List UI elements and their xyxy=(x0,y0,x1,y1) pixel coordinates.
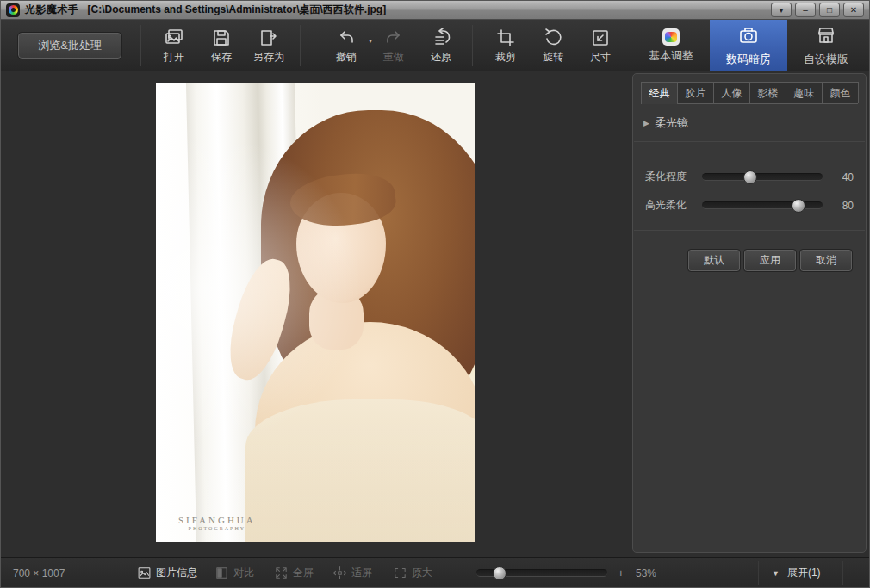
effect-tabs: 经典 胶片 人像 影楼 趣味 颜色 xyxy=(641,82,858,104)
original-size-icon xyxy=(393,566,407,580)
image-canvas[interactable]: SIFANGHUA PHOTOGRAPHY xyxy=(1,71,631,559)
undo-button[interactable]: ▾ 撤销 xyxy=(322,27,370,66)
tab-fun[interactable]: 趣味 xyxy=(786,82,823,103)
toolbar-separator xyxy=(140,25,141,66)
zoom-percent: 53% xyxy=(636,558,656,588)
compare-icon xyxy=(214,566,229,580)
undo-icon xyxy=(336,27,357,49)
resize-icon xyxy=(590,27,611,49)
image-info-button[interactable]: 图片信息 xyxy=(137,558,197,588)
apply-button[interactable]: 应用 xyxy=(744,250,796,271)
save-floppy-icon xyxy=(211,27,232,49)
tab-portrait[interactable]: 人像 xyxy=(713,82,750,103)
digital-darkroom-mode-button[interactable]: 数码暗房 xyxy=(710,20,787,71)
rotate-button[interactable]: 旋转 xyxy=(529,27,577,66)
tab-film[interactable]: 胶片 xyxy=(677,82,714,103)
cancel-button[interactable]: 取消 xyxy=(800,250,852,271)
storefront-icon xyxy=(816,25,836,49)
window-dropdown-button[interactable]: ▾ xyxy=(771,3,792,17)
minimize-button[interactable]: – xyxy=(795,3,816,17)
status-bar: 700 × 1007 图片信息 对比 全屏 适屏 原大 − + 53% xyxy=(1,557,869,587)
resize-button[interactable]: 尺寸 xyxy=(576,27,625,66)
basic-adjust-mode-button[interactable]: 基本调整 xyxy=(632,20,710,71)
camera-icon xyxy=(738,25,759,49)
fit-screen-button: 适屏 xyxy=(332,558,372,588)
section-title: 柔光镜 xyxy=(655,115,688,131)
highlight-soften-value: 80 xyxy=(831,200,854,212)
save-as-icon xyxy=(258,27,279,49)
default-button[interactable]: 默认 xyxy=(688,250,740,271)
expand-button[interactable]: ▼ 展开(1) xyxy=(772,558,821,588)
soft-light-section-header[interactable]: ▶ 柔光镜 xyxy=(633,104,866,141)
crop-button[interactable]: 裁剪 xyxy=(482,27,530,66)
fit-screen-icon xyxy=(332,566,347,580)
highlight-soften-slider-thumb[interactable] xyxy=(792,199,805,213)
soften-degree-slider-thumb[interactable] xyxy=(743,170,757,184)
image-dimensions: 700 × 1007 xyxy=(13,558,65,588)
app-logo-icon xyxy=(6,3,20,17)
soften-degree-value: 40 xyxy=(831,171,854,183)
tab-studio[interactable]: 影楼 xyxy=(749,82,786,103)
darkroom-panel: 经典 胶片 人像 影楼 趣味 颜色 ▶ 柔光镜 柔化程度 40 高光柔化 80 xyxy=(632,73,867,553)
zoom-in-button[interactable]: + xyxy=(618,558,625,588)
title-bar[interactable]: 光影魔术手 [C:\Documents and Settings\Adminis… xyxy=(1,1,869,20)
custom-template-mode-button[interactable]: 自设模版 xyxy=(787,20,865,71)
toolbar: 浏览&批处理 打开 保存 另存为 ▾ 撤销 xyxy=(1,20,869,71)
toolbar-separator xyxy=(300,25,301,66)
highlight-soften-row: 高光柔化 80 xyxy=(633,198,866,213)
tab-color[interactable]: 颜色 xyxy=(822,82,859,103)
basic-adjust-palette-icon xyxy=(662,28,680,46)
original-size-button: 原大 xyxy=(393,558,432,588)
app-title: 光影魔术手 xyxy=(25,3,79,17)
open-button[interactable]: 打开 xyxy=(150,27,198,66)
redo-icon xyxy=(383,27,404,49)
photo: SIFANGHUA PHOTOGRAPHY xyxy=(156,83,475,542)
zoom-out-button[interactable]: − xyxy=(456,558,463,588)
soften-degree-slider[interactable] xyxy=(702,173,823,181)
restore-button[interactable]: 还原 xyxy=(417,27,465,66)
fullscreen-icon xyxy=(274,566,289,580)
crop-icon xyxy=(495,27,516,49)
image-info-icon xyxy=(137,566,152,580)
compare-button: 对比 xyxy=(214,558,254,588)
soften-degree-row: 柔化程度 40 xyxy=(633,170,866,184)
fullscreen-button: 全屏 xyxy=(274,558,314,588)
close-button[interactable]: ✕ xyxy=(843,3,864,17)
maximize-button[interactable]: □ xyxy=(819,3,840,17)
redo-button: 重做 xyxy=(370,27,418,66)
zoom-slider[interactable] xyxy=(476,569,607,577)
panel-buttons: 默认 应用 取消 xyxy=(633,231,866,271)
rotate-icon xyxy=(543,27,563,49)
triangle-down-icon: ▼ xyxy=(772,569,780,578)
file-path: [C:\Documents and Settings\Administrator… xyxy=(88,3,387,17)
soften-degree-label: 柔化程度 xyxy=(645,170,699,184)
highlight-soften-label: 高光柔化 xyxy=(645,198,699,213)
restore-icon xyxy=(431,27,451,49)
triangle-right-icon: ▶ xyxy=(643,119,649,127)
browse-batch-button[interactable]: 浏览&批处理 xyxy=(18,33,121,59)
zoom-slider-thumb[interactable] xyxy=(493,566,506,580)
photo-watermark: SIFANGHUA PHOTOGRAPHY xyxy=(178,515,256,531)
photo-camisole xyxy=(245,399,475,542)
app-window: 光影魔术手 [C:\Documents and Settings\Adminis… xyxy=(0,0,870,588)
save-as-button[interactable]: 另存为 xyxy=(245,27,293,66)
save-button[interactable]: 保存 xyxy=(197,27,245,66)
highlight-soften-slider[interactable] xyxy=(702,201,823,209)
statusbar-separator xyxy=(842,561,843,585)
toolbar-separator xyxy=(472,25,473,66)
tab-classic[interactable]: 经典 xyxy=(641,82,678,103)
open-image-icon xyxy=(164,27,184,49)
statusbar-separator xyxy=(758,561,759,585)
